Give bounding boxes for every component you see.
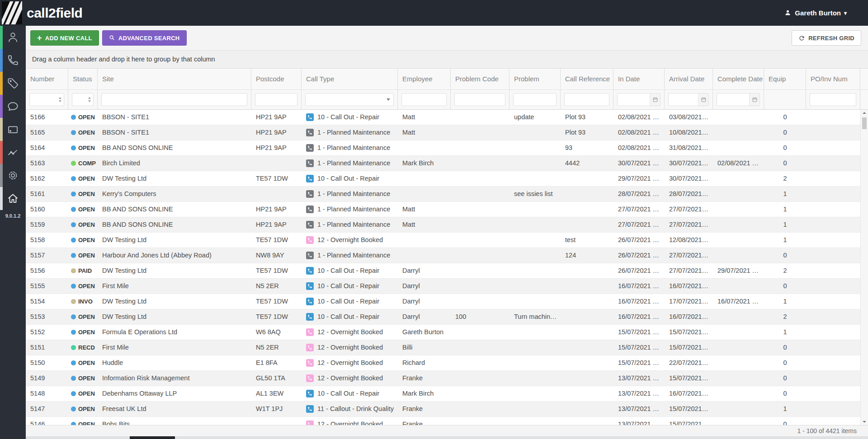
cell-in_date: 27/07/2021 01:3... bbox=[613, 217, 665, 232]
filter-arrival_date-input[interactable] bbox=[668, 93, 709, 106]
table-row[interactable]: 5164OPENBB AND SONS ONLINEHP21 9AP1 - Pl… bbox=[26, 140, 860, 156]
table-row[interactable]: 5148OPENDebenhams Ottaway LLPAL1 3EW10 -… bbox=[26, 386, 860, 402]
hscrollbar-thumb[interactable] bbox=[130, 436, 175, 439]
status-badge: RECD bbox=[78, 340, 95, 355]
cell-status: OPEN bbox=[68, 217, 98, 232]
cell-employee: Mark Birch bbox=[398, 156, 451, 171]
user-menu[interactable]: Gareth Burton ▾ bbox=[784, 0, 847, 26]
cell-number: 5164 bbox=[26, 140, 68, 155]
scroll-up-icon[interactable] bbox=[861, 112, 868, 114]
column-header-call_type[interactable]: Call Type bbox=[302, 69, 398, 89]
column-header-in_date[interactable]: In Date bbox=[613, 69, 665, 89]
cell-arrival_date: 15/07/2021 01:0... bbox=[665, 325, 713, 340]
table-row[interactable]: 5166OPENBBSON - SITE1HP21 9AP10 - Call O… bbox=[26, 110, 860, 125]
filter-in_date-input[interactable] bbox=[617, 93, 660, 106]
filter-problem_code-input[interactable] bbox=[454, 93, 505, 106]
sidebar-item-calls[interactable] bbox=[0, 49, 26, 72]
refresh-grid-button[interactable]: REFRESH GRID bbox=[792, 30, 861, 46]
column-header-number[interactable]: Number bbox=[26, 69, 68, 89]
column-header-problem_code[interactable]: Problem Code bbox=[451, 69, 509, 89]
calendar-button[interactable] bbox=[749, 93, 760, 106]
table-row[interactable]: 5163COMPBirch Limited1 - Planned Mainten… bbox=[26, 156, 860, 171]
cell-call_type: 1 - Planned Maintenance bbox=[302, 125, 398, 140]
table-row[interactable]: 5155OPENFirst MileN5 2ER10 - Call Out - … bbox=[26, 279, 860, 294]
app-logo[interactable] bbox=[2, 1, 22, 24]
filter-site-input[interactable] bbox=[101, 93, 247, 106]
status-badge: OPEN bbox=[78, 309, 95, 324]
table-row[interactable]: 5156PAIDDW Testing LtdTE57 1DW10 - Call … bbox=[26, 263, 860, 279]
column-header-po_inv_num[interactable]: PO/Inv Num bbox=[806, 69, 860, 89]
call-type-icon bbox=[306, 328, 314, 336]
table-row[interactable]: 5160OPENBB AND SONS ONLINEHP21 9AP1 - Pl… bbox=[26, 202, 860, 217]
calendar-button[interactable] bbox=[650, 93, 660, 106]
column-header-complete_date[interactable]: Complete Date bbox=[713, 69, 764, 89]
cell-call_type: 1 - Planned Maintenance bbox=[302, 156, 398, 171]
column-header-arrival_date[interactable]: Arrival Date bbox=[665, 69, 713, 89]
cell-equip: 0 bbox=[764, 340, 806, 355]
cell-employee bbox=[398, 187, 451, 201]
column-header-problem[interactable]: Problem bbox=[509, 69, 561, 89]
filter-number-input[interactable] bbox=[29, 93, 64, 106]
column-header-status[interactable]: Status bbox=[68, 69, 98, 89]
cell-equip: 1 bbox=[764, 187, 806, 201]
cell-po_inv_num bbox=[806, 340, 860, 355]
advanced-search-button[interactable]: ADVANCED SEARCH bbox=[102, 30, 187, 46]
table-row[interactable]: 5152OPENFormula E Operations LtdW6 8AQ12… bbox=[26, 325, 860, 340]
calendar-button[interactable] bbox=[698, 93, 708, 106]
table-row[interactable]: 5159OPENBB AND SONS ONLINEHP21 9AP1 - Pl… bbox=[26, 217, 860, 233]
status-dot bbox=[71, 299, 76, 304]
cell-in_date: 15/07/2021 11:0... bbox=[613, 325, 665, 340]
group-by-bar[interactable]: Drag a column header and drop it here to… bbox=[26, 51, 868, 69]
filter-problem-input[interactable] bbox=[513, 93, 557, 106]
filter-status-input[interactable] bbox=[72, 93, 94, 106]
filter-po_inv_num-input[interactable] bbox=[810, 93, 856, 106]
sidebar-item-contacts[interactable] bbox=[0, 26, 26, 49]
scroll-down-icon[interactable] bbox=[861, 421, 868, 423]
sidebar-item-home[interactable] bbox=[0, 187, 26, 210]
table-row[interactable]: 5165OPENBBSON - SITE1HP21 9AP1 - Planned… bbox=[26, 125, 860, 140]
call-type-label: 12 - Overnight Booked bbox=[317, 417, 383, 425]
status-dot bbox=[71, 376, 76, 381]
filter-call_reference-input[interactable] bbox=[564, 93, 609, 106]
cell-complete_date: 02/08/2021 09:2... bbox=[713, 156, 764, 171]
call-type-icon bbox=[306, 267, 314, 275]
filter-postcode-input[interactable] bbox=[255, 93, 297, 106]
sidebar-item-tags[interactable] bbox=[0, 72, 26, 95]
table-row[interactable]: 5158OPENDW Testing LtdTE57 1DW12 - Overn… bbox=[26, 233, 860, 248]
sidebar-item-reports[interactable] bbox=[0, 141, 26, 164]
filter-call_type-input[interactable] bbox=[305, 93, 394, 106]
spinner-arrows-icon[interactable] bbox=[86, 97, 93, 102]
table-row[interactable]: 5161OPENKerry's Computers1 - Planned Mai… bbox=[26, 187, 860, 202]
vertical-scrollbar[interactable] bbox=[860, 110, 868, 425]
spinner-arrows-icon[interactable] bbox=[57, 97, 64, 102]
table-row[interactable]: 5157OPENHarbour And Jones Ltd (Abbey Roa… bbox=[26, 248, 860, 263]
column-header-site[interactable]: Site bbox=[98, 69, 251, 89]
sidebar-item-settings[interactable] bbox=[0, 164, 26, 187]
add-new-call-button[interactable]: + ADD NEW CALL bbox=[30, 30, 99, 46]
table-row[interactable]: 5153OPENDW Testing LtdTE57 1DW10 - Call … bbox=[26, 309, 860, 325]
table-row[interactable]: 5151RECDFirst MileN5 2ER12 - Overnight B… bbox=[26, 340, 860, 355]
table-row[interactable]: 5154INVODW Testing LtdTE57 1DW10 - Call … bbox=[26, 294, 860, 309]
scrollbar-thumb[interactable] bbox=[862, 117, 867, 129]
cell-call_type: 12 - Overnight Booked bbox=[302, 233, 398, 248]
table-row[interactable]: 5146OPENBobs Bits12 - Overnight BookedFr… bbox=[26, 417, 860, 425]
horizontal-scrollbar[interactable] bbox=[26, 436, 868, 439]
column-header-postcode[interactable]: Postcode bbox=[251, 69, 302, 89]
cell-employee: Matt bbox=[398, 110, 451, 125]
table-row[interactable]: 5150OPENHuddleE1 8FA12 - Overnight Booke… bbox=[26, 355, 860, 371]
table-row[interactable]: 5162OPENDW Testing LtdTE57 1DW10 - Call … bbox=[26, 171, 860, 187]
column-header-employee[interactable]: Employee bbox=[398, 69, 451, 89]
filter-complete_date-input[interactable] bbox=[717, 93, 760, 106]
dropdown-arrow-icon[interactable] bbox=[383, 98, 393, 101]
group-by-hint: Drag a column header and drop it here to… bbox=[32, 56, 215, 63]
cell-status: OPEN bbox=[68, 140, 98, 155]
phone-icon bbox=[307, 238, 312, 243]
sidebar-item-invoices[interactable] bbox=[0, 118, 26, 141]
sidebar-item-messages[interactable] bbox=[0, 95, 26, 118]
table-row[interactable]: 5149OPENInformation Risk ManagementGL50 … bbox=[26, 371, 860, 386]
table-row[interactable]: 5147OPENFreesat UK LtdW1T 1PJ11 - Callou… bbox=[26, 402, 860, 417]
column-header-call_reference[interactable]: Call Reference bbox=[561, 69, 613, 89]
status-dot bbox=[71, 238, 76, 243]
filter-employee-input[interactable] bbox=[401, 93, 447, 106]
column-header-equip[interactable]: Equip bbox=[764, 69, 806, 89]
